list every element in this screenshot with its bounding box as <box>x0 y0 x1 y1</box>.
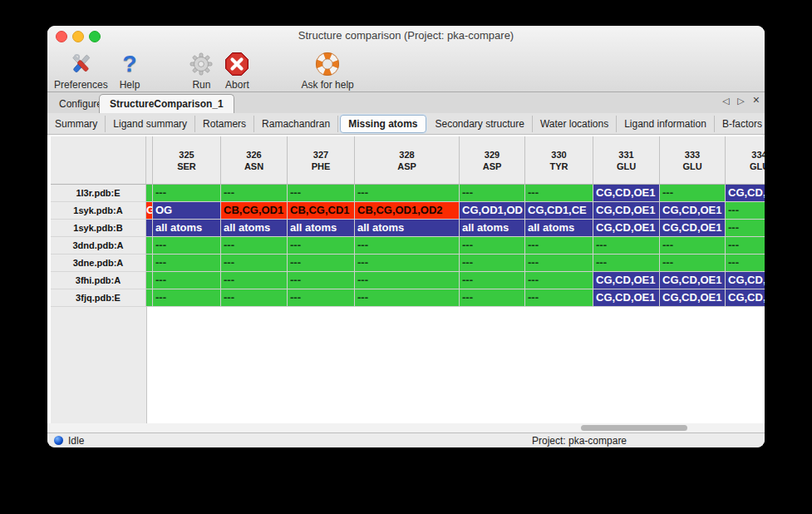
table-cell[interactable]: CG,OD1,OD <box>460 202 525 220</box>
table-cell[interactable]: CB,CG,OD1 <box>221 202 288 220</box>
preferences-button[interactable]: Preferences <box>54 51 108 91</box>
subtab-secondary-structure[interactable]: Secondary structure <box>428 116 533 132</box>
tab-structurecomparison-1[interactable]: StructureComparison_1 <box>99 94 234 113</box>
subtab-ligand-summary[interactable]: Ligand summary <box>106 116 195 132</box>
partial-cell[interactable] <box>146 220 153 237</box>
table-cell[interactable]: --- <box>355 237 460 255</box>
table-cell[interactable]: --- <box>221 237 288 255</box>
table-cell[interactable]: --- <box>221 255 288 272</box>
subtab-ramachandran[interactable]: Ramachandran <box>254 116 338 132</box>
table-cell[interactable]: --- <box>525 255 593 272</box>
table-cell[interactable]: --- <box>221 289 288 307</box>
table-cell[interactable]: --- <box>525 237 593 255</box>
row-label[interactable]: 3fjq.pdb:E <box>51 289 146 307</box>
table-cell[interactable]: --- <box>660 255 726 272</box>
table-cell[interactable]: CG,CD,OE1 <box>593 289 660 307</box>
subtab-water-locations[interactable]: Water locations <box>533 116 617 132</box>
partial-cell[interactable] <box>146 289 153 307</box>
table-cell[interactable]: --- <box>153 272 221 289</box>
table-cell[interactable]: CG,CD,OE1 <box>593 220 660 237</box>
row-label[interactable]: 1syk.pdb:B <box>51 220 146 237</box>
table-cell[interactable]: CG,CD,OE1 <box>660 202 726 220</box>
table-cell[interactable]: --- <box>153 185 221 202</box>
table-cell[interactable]: --- <box>726 202 765 220</box>
row-label[interactable]: 3fhi.pdb:A <box>51 272 146 289</box>
table-cell[interactable]: --- <box>460 272 525 289</box>
subtab-ligand-information[interactable]: Ligand information <box>617 116 715 132</box>
table-cell[interactable]: --- <box>593 237 660 255</box>
table-cell[interactable]: CB,CG,CD1 <box>288 202 355 220</box>
row-label[interactable]: 3dnd.pdb:A <box>51 237 146 255</box>
table-cell[interactable]: --- <box>525 185 593 202</box>
table-cell[interactable]: --- <box>153 255 221 272</box>
subtab-summary[interactable]: Summary <box>47 116 106 132</box>
table-cell[interactable]: --- <box>460 255 525 272</box>
table-cell[interactable]: --- <box>288 185 355 202</box>
table-cell[interactable]: --- <box>288 237 355 255</box>
table-cell[interactable]: --- <box>153 289 221 307</box>
help-button[interactable]: ? Help <box>120 51 140 91</box>
partial-cell[interactable] <box>146 237 153 255</box>
table-cell[interactable]: --- <box>153 237 221 255</box>
table-row: 1syk.pdb:Ball atomsall atomsall atomsall… <box>51 220 765 237</box>
subtab-b-factors[interactable]: B-factors <box>715 116 765 132</box>
partial-cell[interactable] <box>146 272 153 289</box>
table-cell[interactable]: --- <box>593 255 660 272</box>
table-cell[interactable]: --- <box>460 289 525 307</box>
table-cell[interactable]: CG,CD,OE1 <box>660 289 726 307</box>
abort-button[interactable]: Abort <box>224 51 249 91</box>
tab-close-icon[interactable]: × <box>753 96 760 106</box>
table-row: 1l3r.pdb:E------------------CG,CD,OE1---… <box>51 185 765 202</box>
subtab-rotamers[interactable]: Rotamers <box>195 116 254 132</box>
table-cell[interactable]: CG,CD,OE1 <box>726 185 765 202</box>
title-bar[interactable]: Structure comparison (Project: pka-compa… <box>47 26 765 46</box>
table-cell[interactable]: --- <box>221 185 288 202</box>
table-cell[interactable]: CG,CD,OE1 <box>593 202 660 220</box>
table-cell[interactable]: --- <box>460 185 525 202</box>
table-cell[interactable]: CG,CD,OE1 <box>660 272 726 289</box>
table-cell[interactable]: --- <box>660 185 726 202</box>
table-cell[interactable]: CG,CD,OE1 <box>660 220 726 237</box>
row-label[interactable]: 1l3r.pdb:E <box>51 185 146 202</box>
ask-for-help-button[interactable]: Ask for help <box>301 51 353 91</box>
table-cell[interactable]: all atoms <box>460 220 525 237</box>
table-cell[interactable]: CG,CD,OE1 <box>593 272 660 289</box>
partial-cell[interactable] <box>146 185 153 202</box>
horizontal-scrollbar-thumb[interactable] <box>581 425 687 431</box>
table-cell[interactable]: all atoms <box>288 220 355 237</box>
table-cell[interactable]: CG,CD,OE1 <box>726 289 765 307</box>
table-cell[interactable]: --- <box>525 289 593 307</box>
tab-scroll-right-icon[interactable]: ▷ <box>737 96 744 106</box>
table-cell[interactable]: CG,CD1,CE <box>525 202 593 220</box>
table-cell[interactable]: --- <box>355 272 460 289</box>
table-cell[interactable]: all atoms <box>153 220 221 237</box>
row-label[interactable]: 3dne.pdb:A <box>51 255 146 272</box>
table-cell[interactable]: CB,CG,OD1,OD2 <box>355 202 460 220</box>
table-cell[interactable]: --- <box>221 272 288 289</box>
table-cell[interactable]: --- <box>726 220 765 237</box>
tab-scroll-left-icon[interactable]: ◁ <box>722 96 729 106</box>
partial-cell[interactable] <box>146 255 153 272</box>
row-label[interactable]: 1syk.pdb:A <box>51 202 146 220</box>
table-cell[interactable]: OG <box>153 202 221 220</box>
partial-cell[interactable]: G <box>146 202 153 220</box>
table-cell[interactable]: all atoms <box>355 220 460 237</box>
table-cell[interactable]: --- <box>288 289 355 307</box>
table-cell[interactable]: CG,CD,OE1 <box>593 185 660 202</box>
run-button[interactable]: Run <box>189 51 213 91</box>
table-cell[interactable]: --- <box>525 272 593 289</box>
table-cell[interactable]: CG,CD,OE1 <box>726 272 765 289</box>
table-cell[interactable]: --- <box>355 185 460 202</box>
table-cell[interactable]: all atoms <box>525 220 593 237</box>
table-cell[interactable]: --- <box>288 272 355 289</box>
table-cell[interactable]: --- <box>355 289 460 307</box>
subtab-missing-atoms[interactable]: Missing atoms <box>340 115 426 133</box>
table-cell[interactable]: --- <box>726 237 765 255</box>
table-cell[interactable]: --- <box>460 237 525 255</box>
table-cell[interactable]: --- <box>288 255 355 272</box>
table-cell[interactable]: --- <box>726 255 765 272</box>
table-cell[interactable]: all atoms <box>221 220 288 237</box>
horizontal-scrollbar-track[interactable] <box>47 423 765 432</box>
table-cell[interactable]: --- <box>660 237 726 255</box>
table-cell[interactable]: --- <box>355 255 460 272</box>
